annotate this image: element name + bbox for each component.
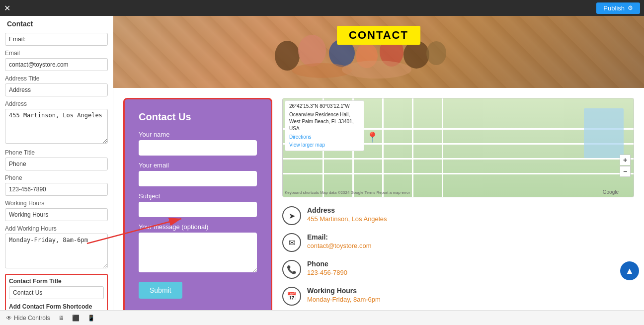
address-group: Address 455 Martinson, Los Angeles [5, 100, 108, 145]
name-input[interactable] [139, 140, 257, 156]
email-input[interactable] [5, 58, 108, 71]
hours-info-text: Working Hours Monday-Friday, 8am-6pm [307, 287, 381, 303]
map-info-box: 26°42'15.3"N 80°03'12.1"W Oceanview Resi… [285, 100, 364, 151]
email-icon: ✉ [282, 233, 301, 252]
address-textarea[interactable]: 455 Martinson, Los Angeles [5, 109, 108, 144]
sidebar: Contact Email Address Title Address 455 … [0, 16, 113, 310]
address-title-input[interactable] [5, 83, 108, 96]
bottom-bar: 👁 Hide Controls 🖥 ⬛ 📱 [0, 310, 644, 325]
email-field: Your email [139, 162, 257, 186]
phone-title-label: Phone Title [5, 149, 108, 156]
email-form-input[interactable] [139, 171, 257, 186]
hours-info-item: 📅 Working Hours Monday-Friday, 8am-6pm [282, 287, 634, 306]
working-hours-group: Working Hours [5, 200, 108, 221]
hours-info-value: Monday-Friday, 8am-6pm [307, 296, 381, 303]
address-info-value: 455 Martinson, Los Angeles [307, 215, 387, 223]
content-row: Contact Us Your name Your email Subject … [113, 88, 644, 310]
message-label: Your message (optional) [139, 223, 257, 231]
add-working-hours-group: Add Working Hours Monday-Friday, 8am-6pm [5, 225, 108, 270]
calendar-icon: 📅 [282, 287, 301, 306]
working-hours-input[interactable] [5, 208, 108, 221]
map-directions-link[interactable]: Directions [289, 134, 311, 140]
tablet-icon: ⬛ [72, 315, 80, 322]
zoom-in-button[interactable]: + [620, 155, 631, 165]
contact-form-card: Contact Us Your name Your email Subject … [123, 98, 272, 310]
map-inner: 📍 26°42'15.3"N 80°03'12.1"W Oceanview Re… [283, 98, 634, 197]
desktop-icon: 🖥 [58, 315, 64, 322]
phone-title-input[interactable] [5, 158, 108, 170]
phone-info-title: Phone [307, 260, 347, 268]
subject-label: Subject [139, 192, 257, 200]
name-label: Your name [139, 131, 257, 138]
hero-badge: CONTACT [337, 26, 420, 45]
add-working-hours-label: Add Working Hours [5, 225, 108, 232]
hide-controls-label: Hide Controls [14, 315, 50, 322]
map-container: 📍 26°42'15.3"N 80°03'12.1"W Oceanview Re… [282, 98, 634, 197]
phone-input[interactable] [5, 183, 108, 196]
eye-icon: 👁 [6, 315, 12, 322]
subject-input[interactable] [139, 202, 257, 217]
form-title-label: Contact Form Title [9, 278, 104, 285]
address-title-label: Address Title [5, 75, 108, 82]
address-info-text: Address 455 Martinson, Los Angeles [307, 206, 387, 223]
zoom-out-button[interactable]: − [620, 166, 631, 177]
mobile-icon: 📱 [87, 315, 95, 322]
message-textarea[interactable] [139, 233, 257, 272]
top-bar: ✕ Publish ⚙ [0, 0, 644, 16]
email-placeholder-input[interactable] [5, 33, 108, 46]
phone-info-value: 123-456-7890 [307, 269, 347, 276]
close-icon[interactable]: ✕ [4, 3, 10, 13]
contact-form-section: Contact Form Title Add Contact Form Shor… [5, 274, 108, 310]
phone-title-group: Phone Title [5, 149, 108, 170]
map-attribution: Keyboard shortcuts Map data ©2024 Google… [285, 190, 410, 195]
phone-label: Phone [5, 174, 108, 181]
form-title-group: Contact Form Title [9, 278, 104, 299]
phone-group: Phone [5, 174, 108, 196]
address-title-group: Address Title [5, 75, 108, 96]
hours-info-title: Working Hours [307, 287, 381, 295]
publish-button[interactable]: Publish ⚙ [596, 2, 640, 14]
svg-point-2 [298, 35, 326, 67]
svg-point-6 [403, 41, 429, 69]
email-group: Email [5, 50, 108, 71]
map-address: Oceanview Residence Hall, West Palm Beac… [289, 111, 360, 132]
svg-point-9 [342, 61, 411, 79]
map-larger-link[interactable]: View larger map [289, 142, 325, 148]
message-field: Your message (optional) [139, 223, 257, 274]
hero-area: CONTACT [113, 16, 644, 88]
hide-controls-button[interactable]: 👁 Hide Controls [6, 315, 50, 322]
email-info-title: Email: [307, 233, 372, 241]
phone-icon: 📞 [282, 260, 301, 279]
email-form-label: Your email [139, 162, 257, 169]
submit-button[interactable]: Submit [139, 282, 182, 299]
email-info-value: contact@toystore.com [307, 242, 372, 249]
phone-info-text: Phone 123-456-7890 [307, 260, 347, 276]
address-info-title: Address [307, 206, 387, 214]
working-hours-label: Working Hours [5, 200, 108, 207]
main-content: CONTACT Contact Us Your name Your email … [113, 16, 644, 310]
contact-form-title: Contact Us [139, 111, 257, 123]
desktop-view-button[interactable]: 🖥 [58, 315, 64, 322]
email-info-item: ✉ Email: contact@toystore.com [282, 233, 634, 252]
info-items-list: ➤ Address 455 Martinson, Los Angeles ✉ E… [282, 206, 634, 306]
sidebar-title: Contact [5, 20, 108, 28]
map-coordinates: 26°42'15.3"N 80°03'12.1"W [289, 103, 360, 110]
address-label: Address [5, 100, 108, 107]
map-pin: 📍 [366, 131, 379, 143]
map-zoom-controls: + − [620, 155, 631, 177]
email-label: Email [5, 50, 108, 57]
scroll-to-top-button[interactable]: ▲ [620, 261, 639, 280]
tablet-view-button[interactable]: ⬛ [72, 315, 80, 322]
shortcode-group: Add Contact Form Shortcode [9, 303, 104, 310]
map-google-logo: Google [603, 189, 619, 195]
svg-point-1 [275, 41, 300, 71]
add-working-hours-textarea[interactable]: Monday-Friday, 8am-6pm [5, 234, 108, 268]
svg-point-7 [426, 41, 446, 65]
mobile-view-button[interactable]: 📱 [87, 315, 95, 322]
address-info-item: ➤ Address 455 Martinson, Los Angeles [282, 206, 634, 225]
address-icon: ➤ [282, 206, 301, 225]
form-title-input[interactable] [9, 286, 104, 299]
phone-info-item: 📞 Phone 123-456-7890 [282, 260, 634, 279]
email-placeholder-group [5, 33, 108, 46]
publish-label: Publish [603, 4, 625, 12]
